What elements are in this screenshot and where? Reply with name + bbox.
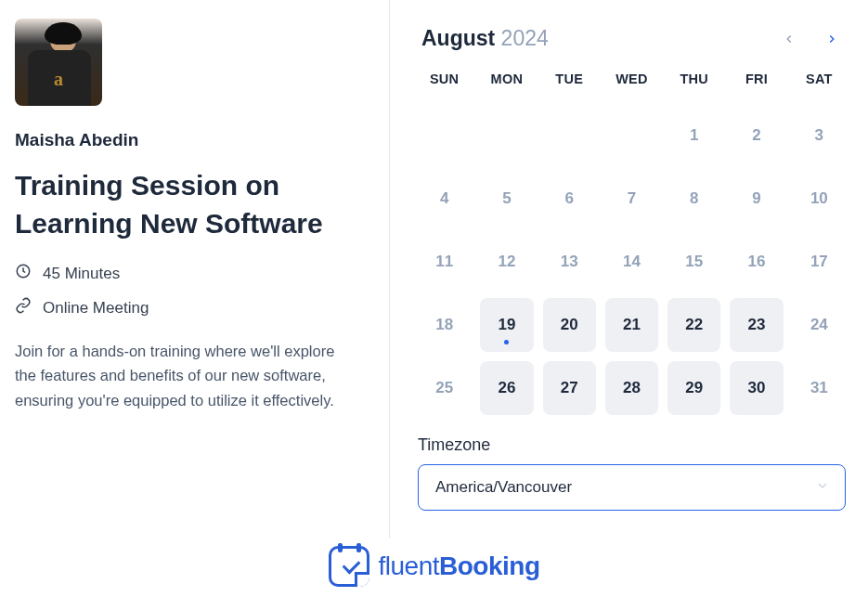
branding-footer: fluentBooking [0, 539, 868, 587]
calendar-day: 24 [793, 298, 846, 352]
calendar-day-available[interactable]: 26 [480, 361, 533, 415]
day-of-week-header: SUN [418, 66, 471, 99]
calendar-day-available[interactable]: 28 [605, 361, 658, 415]
calendar-day: 17 [793, 235, 846, 289]
calendar-day: 31 [793, 361, 846, 415]
calendar-day: 2 [730, 109, 783, 162]
timezone-selected: America/Vancouver [435, 478, 572, 497]
host-avatar: a [15, 19, 102, 106]
calendar-day: 8 [667, 172, 720, 226]
event-details-panel: a Maisha Abedin Training Session on Lear… [0, 0, 390, 539]
calendar-day: 15 [667, 235, 720, 289]
calendar-day: 6 [543, 172, 596, 226]
calendar-day: 1 [667, 109, 720, 162]
calendar-day: 5 [480, 172, 533, 226]
calendar-day-available[interactable]: 21 [605, 298, 658, 352]
calendar-day-available[interactable]: 23 [730, 298, 783, 352]
next-month-button[interactable] [822, 29, 842, 49]
calendar-day-available[interactable]: 20 [543, 298, 596, 352]
clock-icon [15, 263, 32, 284]
day-of-week-header: MON [480, 66, 533, 99]
calendar-day: 13 [543, 235, 596, 289]
calendar-day: 14 [605, 235, 658, 289]
calendar-day-available[interactable]: 29 [667, 361, 720, 415]
calendar-day: 7 [605, 172, 658, 226]
calendar-title: August 2024 [421, 26, 549, 51]
calendar-day: 25 [418, 361, 471, 415]
calendar-day: 3 [793, 109, 846, 162]
duration-row: 45 Minutes [15, 263, 361, 284]
calendar-day-available[interactable]: 22 [667, 298, 720, 352]
calendar-month: August [421, 26, 495, 50]
link-icon [15, 297, 32, 318]
calendar-panel: August 2024 SUNMONTUEWEDTHUFRISAT1234567… [390, 0, 868, 539]
location-text: Online Meeting [43, 299, 149, 318]
calendar-day: 18 [418, 298, 471, 352]
day-of-week-header: SAT [793, 66, 846, 99]
day-of-week-header: WED [605, 66, 658, 99]
calendar-year: 2024 [501, 26, 549, 50]
calendar-day: 11 [418, 235, 471, 289]
duration-text: 45 Minutes [43, 265, 120, 283]
event-description: Join for a hands-on training where we'll… [15, 339, 358, 412]
fluentbooking-logo-icon [329, 546, 369, 587]
day-of-week-header: FRI [730, 66, 783, 99]
calendar-day: 16 [730, 235, 783, 289]
timezone-select[interactable]: America/Vancouver [418, 464, 846, 511]
timezone-label: Timezone [418, 435, 846, 455]
calendar-day-available[interactable]: 19 [480, 298, 533, 352]
chevron-down-icon [815, 478, 830, 498]
calendar-day: 4 [418, 172, 471, 226]
calendar-day: 9 [730, 172, 783, 226]
fluentbooking-logo-text: fluentBooking [379, 552, 540, 581]
host-name: Maisha Abedin [15, 130, 361, 150]
prev-month-button[interactable] [779, 29, 799, 49]
day-of-week-header: THU [667, 66, 720, 99]
calendar-day-available[interactable]: 27 [543, 361, 596, 415]
location-row: Online Meeting [15, 297, 361, 318]
calendar-day: 10 [793, 172, 846, 226]
calendar-day: 12 [480, 235, 533, 289]
day-of-week-header: TUE [543, 66, 596, 99]
calendar-grid: SUNMONTUEWEDTHUFRISAT1234567891011121314… [418, 66, 846, 415]
calendar-day-available[interactable]: 30 [730, 361, 783, 415]
event-title: Training Session on Learning New Softwar… [15, 167, 361, 242]
